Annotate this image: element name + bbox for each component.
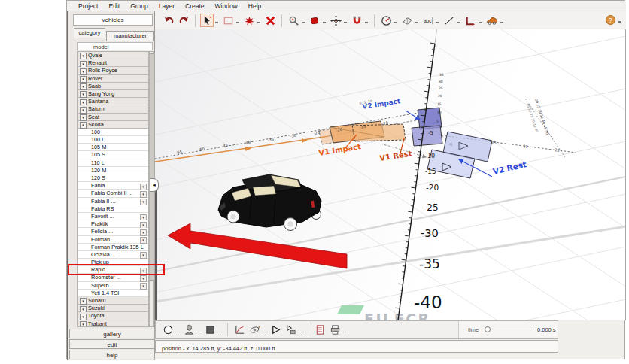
collision-tool-icon[interactable]: [242, 14, 256, 27]
list-item-seat[interactable]: ▾Seat: [78, 114, 148, 121]
list-item-octavia[interactable]: Octavia ...▾: [78, 251, 148, 259]
print-icon[interactable]: [328, 323, 342, 337]
list-item-rolls-royce[interactable]: ▾Rolls Royce: [78, 67, 148, 74]
ellipse-tool-icon[interactable]: [161, 323, 175, 337]
text-tool-icon[interactable]: [421, 14, 435, 27]
vehicle-list[interactable]: ▾Qvale▾Renault▾Rolls Royce▾Rover▾Saab▾Sa…: [77, 51, 149, 327]
surface-tool-icon[interactable]: [400, 14, 414, 27]
solid-box-tool-icon[interactable]: [203, 323, 217, 337]
expander-icon[interactable]: ▾: [80, 107, 87, 114]
ellipse-tool-icon-dropdown[interactable]: [176, 332, 179, 333]
sidebar-collapse-handle[interactable]: ◂: [150, 178, 159, 192]
list-item-trabant[interactable]: ▾Trabant: [78, 320, 148, 327]
zoom-tool-icon[interactable]: [287, 14, 300, 27]
expander-icon[interactable]: ▾: [80, 99, 87, 106]
list-item-forman[interactable]: Forman ...▾: [78, 236, 148, 244]
angle-tool-icon[interactable]: [463, 14, 477, 27]
list-item-saturn[interactable]: ▾Saturn: [78, 105, 148, 113]
time-slider-knob[interactable]: [485, 326, 491, 332]
gauge-tool-icon-dropdown[interactable]: [394, 22, 397, 23]
solid-tool-icon-dropdown[interactable]: [323, 22, 326, 23]
list-item-skoda[interactable]: ▾Skoda: [78, 121, 148, 129]
expander-icon[interactable]: ▾: [80, 91, 87, 98]
gallery-button[interactable]: gallery: [69, 329, 155, 338]
undo-icon[interactable]: [162, 14, 175, 27]
tab-category[interactable]: category: [74, 28, 105, 38]
solid-tool-icon[interactable]: [308, 14, 321, 27]
list-item-forman-praktik-135-l[interactable]: Forman Praktik 135 L: [78, 244, 148, 251]
list-item-saab[interactable]: ▾Saab: [78, 83, 148, 90]
expander-icon[interactable]: ▾: [80, 53, 87, 59]
rect-select-icon-dropdown[interactable]: [236, 22, 239, 23]
list-item-yeti-1-4-tsi[interactable]: Yeti 1.4 TSI: [78, 290, 148, 297]
list-item-renault[interactable]: ▾Renault: [78, 59, 148, 67]
expander-icon[interactable]: ▾: [80, 298, 87, 305]
play-icon[interactable]: [269, 323, 282, 337]
expander-icon[interactable]: ▾: [80, 321, 87, 327]
list-item-toyota[interactable]: ▾Toyota: [78, 312, 148, 320]
play-options-icon-dropdown[interactable]: [299, 332, 302, 333]
magnet-tool-icon[interactable]: [350, 14, 363, 27]
list-item-suzuki[interactable]: ▾Suzuki: [78, 305, 148, 312]
list-item-105-m[interactable]: 105 M: [78, 144, 148, 151]
list-item-fabia-ii[interactable]: Fabia II ...▾: [78, 198, 148, 205]
gauge-tool-icon[interactable]: [379, 14, 393, 27]
list-item-subaru[interactable]: ▾Subaru: [78, 297, 148, 305]
menu-layer[interactable]: Layer: [153, 2, 180, 10]
help-panel-button[interactable]: help: [69, 350, 155, 359]
zoom-tool-icon-dropdown[interactable]: [302, 22, 305, 23]
print-icon-dropdown[interactable]: [343, 332, 346, 333]
delete-icon[interactable]: [263, 14, 277, 27]
scrollbar-thumb[interactable]: [150, 53, 155, 281]
list-item-100-l[interactable]: 100 L: [78, 136, 148, 144]
text-tool-icon-dropdown[interactable]: [436, 22, 439, 23]
list-item-sang-yong[interactable]: ▾Sang Yong: [78, 90, 148, 98]
list-item-felicia[interactable]: Felicia ...▾: [78, 228, 148, 235]
menu-window[interactable]: Window: [210, 2, 243, 10]
viewport-3d[interactable]: FILECR .com: [155, 29, 626, 320]
select-cursor-icon[interactable]: [200, 14, 214, 27]
list-item-fabia-rs[interactable]: Fabia RS: [78, 205, 148, 213]
person-tool-icon-dropdown[interactable]: [197, 332, 200, 333]
rect-select-icon[interactable]: [221, 14, 235, 27]
list-item-110-l[interactable]: 110 L: [78, 159, 148, 167]
move-tool-icon-dropdown[interactable]: [344, 22, 347, 23]
expander-icon[interactable]: ▾: [80, 76, 87, 83]
magnet-tool-icon-dropdown[interactable]: [365, 22, 368, 23]
list-item-100[interactable]: 100: [78, 129, 148, 136]
edit-button[interactable]: edit: [69, 339, 155, 349]
list-item-120-m[interactable]: 120 M: [78, 167, 148, 174]
expander-icon[interactable]: ▾: [80, 306, 87, 313]
orbit-view-icon[interactable]: [248, 323, 261, 337]
menu-edit[interactable]: Edit: [103, 2, 125, 10]
list-item-santana[interactable]: ▾Santana: [78, 98, 148, 105]
expander-icon[interactable]: ▾: [80, 83, 87, 90]
vehicle-tool-icon[interactable]: [485, 14, 498, 27]
tab-manufacturer[interactable]: manufacturer: [106, 31, 154, 41]
list-item-rover[interactable]: ▾Rover: [78, 75, 148, 83]
line-tool-icon-dropdown[interactable]: [457, 22, 460, 23]
menu-help[interactable]: Help: [243, 2, 266, 10]
angle-tool-icon-dropdown[interactable]: [479, 22, 482, 23]
surface-tool-icon-dropdown[interactable]: [415, 22, 418, 23]
menu-project[interactable]: Project: [73, 2, 103, 10]
list-item-105-s[interactable]: 105 S: [78, 151, 148, 159]
help-button-dropdown[interactable]: [618, 21, 621, 23]
car-model[interactable]: [218, 174, 321, 231]
list-item-favorit[interactable]: Favorit ...▾: [78, 213, 148, 220]
line-tool-icon[interactable]: [442, 14, 456, 27]
help-button[interactable]: [603, 13, 617, 26]
diagram-tool-icon[interactable]: [232, 323, 246, 337]
menu-create[interactable]: Create: [180, 2, 210, 10]
select-cursor-icon-dropdown[interactable]: [215, 22, 218, 23]
expander-icon[interactable]: ▾: [80, 114, 87, 121]
vehicle-tool-icon-dropdown[interactable]: [500, 22, 503, 23]
list-item-superb[interactable]: Superb ...▾: [78, 282, 148, 290]
redo-icon[interactable]: [177, 14, 190, 27]
report-icon[interactable]: [313, 323, 327, 337]
expander-icon[interactable]: ▾: [80, 61, 87, 68]
list-item-fabia[interactable]: Fabia ...▾: [78, 182, 148, 190]
list-item-praktik[interactable]: Praktik▾: [78, 220, 148, 228]
person-tool-icon[interactable]: [182, 323, 196, 337]
collision-tool-icon-dropdown[interactable]: [257, 22, 260, 23]
